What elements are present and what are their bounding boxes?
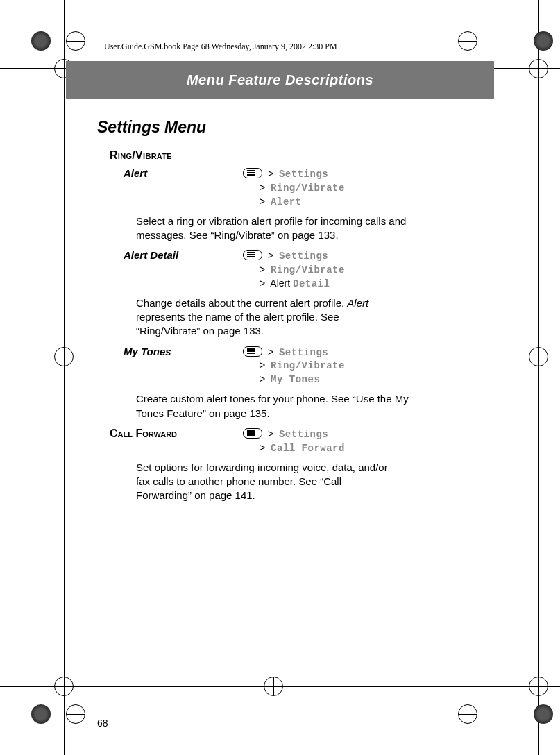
page-content: Settings Menu Ring/Vibrate Alert > Setti… — [97, 118, 444, 509]
page-title: Settings Menu — [97, 118, 444, 137]
register-cross-icon — [458, 704, 477, 724]
register-dot-icon — [534, 704, 553, 724]
register-dot-icon — [31, 704, 51, 724]
entry-label-my-tones: My Tones — [124, 346, 243, 357]
menu-key-icon — [243, 346, 262, 357]
desc-alert: Select a ring or vibration alert profile… — [136, 214, 416, 243]
entry-my-tones: My Tones > Settings > Ring/Vibrate > My … — [124, 346, 444, 387]
register-dot-icon — [534, 31, 553, 51]
entry-call-forward: Call Forward > Settings > Call Forward N… — [110, 427, 444, 455]
register-cross-icon — [529, 347, 548, 366]
desc-my-tones: Create custom alert tones for your phone… — [136, 392, 416, 421]
crop-line-left — [64, 0, 65, 755]
register-cross-icon — [54, 347, 74, 366]
register-dot-icon — [31, 31, 51, 51]
register-cross-icon — [529, 59, 548, 78]
page-number: 68 — [97, 718, 108, 729]
entry-label-alert-detail: Alert Detail — [124, 249, 243, 261]
register-cross-icon — [66, 704, 85, 724]
section-call-forward: Call Forward — [110, 427, 243, 440]
desc-call-forward: Set options for forwarding incoming voic… — [136, 461, 393, 503]
register-cross-icon — [66, 31, 85, 51]
menu-key-icon — [243, 168, 262, 178]
register-cross-icon — [264, 677, 283, 696]
nav-path-alert-detail: > Settings > Ring/Vibrate > Alert Detail — [243, 249, 345, 291]
nav-path-call-forward: > Settings > Call Forward — [243, 427, 345, 455]
chapter-title: Menu Feature Descriptions — [187, 72, 373, 88]
crop-line-right — [538, 0, 539, 755]
nav-path-alert: > Settings > Ring/Vibrate > Alert — [243, 167, 345, 209]
nav-path-my-tones: > Settings > Ring/Vibrate > My Tones — [243, 346, 345, 387]
menu-key-icon — [243, 428, 262, 439]
register-cross-icon — [54, 677, 74, 696]
entry-alert-detail: Alert Detail > Settings > Ring/Vibrate >… — [124, 249, 444, 291]
doc-header-line: User.Guide.GSM.book Page 68 Wednesday, J… — [104, 42, 337, 52]
menu-key-icon — [243, 250, 262, 260]
register-cross-icon — [529, 677, 548, 696]
register-cross-icon — [458, 31, 477, 51]
desc-alert-detail: Change details about the current alert p… — [136, 296, 386, 339]
entry-label-alert: Alert — [124, 167, 243, 179]
chapter-banner: Menu Feature Descriptions — [66, 61, 494, 99]
section-ring-vibrate: Ring/Vibrate — [110, 149, 444, 162]
entry-alert: Alert > Settings > Ring/Vibrate > Alert — [124, 167, 444, 209]
